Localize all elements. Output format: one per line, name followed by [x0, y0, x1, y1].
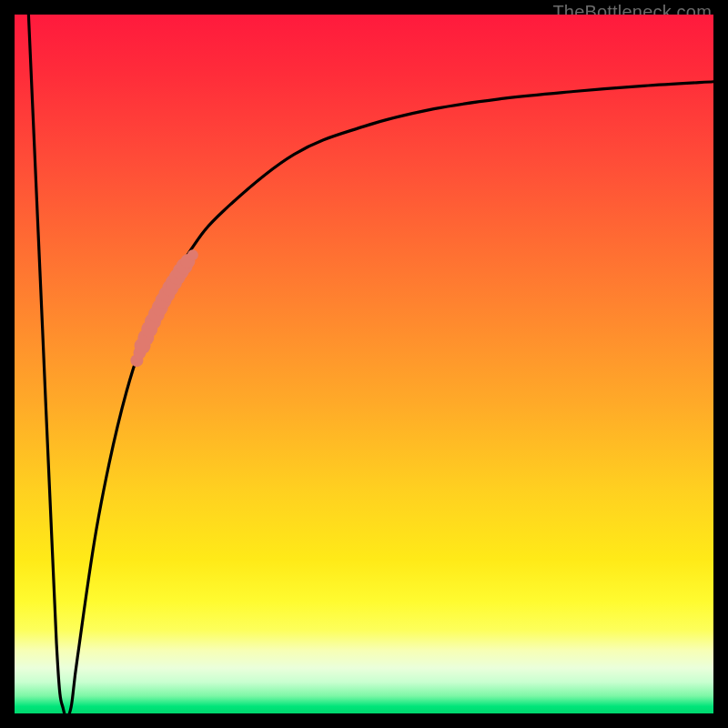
- plot-area: [15, 15, 713, 713]
- highlight-dot: [187, 249, 198, 260]
- chart-frame: TheBottleneck.com: [0, 0, 728, 728]
- highlight-segment: [130, 249, 197, 367]
- curve-svg: [15, 15, 713, 713]
- bottleneck-curve: [28, 15, 713, 718]
